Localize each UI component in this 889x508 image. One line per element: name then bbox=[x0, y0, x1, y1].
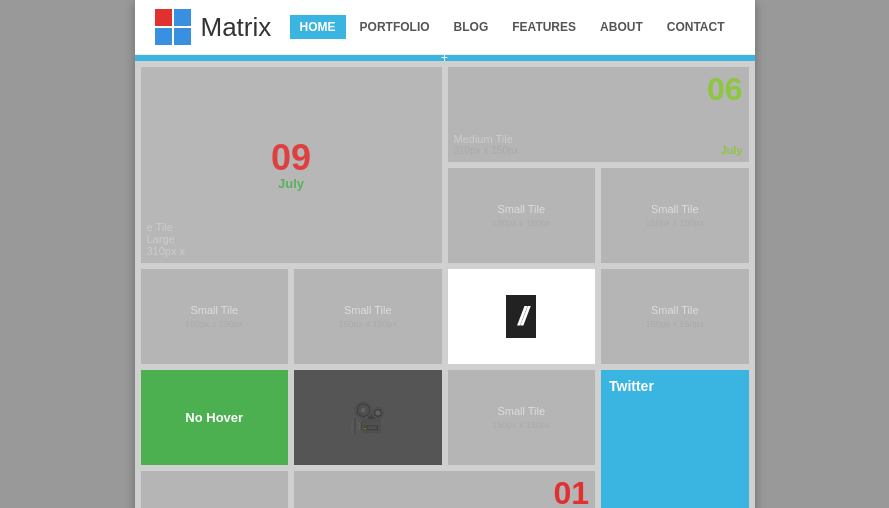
medium-tile1-number: 06 bbox=[707, 73, 743, 105]
white-icon-tile[interactable]: // bbox=[448, 269, 596, 364]
blue-bar: + bbox=[135, 55, 755, 61]
no-hover-label: No Hover bbox=[185, 410, 243, 425]
small-tile-3-label: Small Tile 150px x 150px bbox=[185, 303, 244, 331]
small-tile-1[interactable]: Small Tile 150px x 150px bbox=[448, 168, 596, 263]
small-tile-5-label: Small Tile 150px x 150px bbox=[645, 303, 704, 331]
twitter-label: Twitter bbox=[609, 378, 654, 394]
nav-home[interactable]: HOME bbox=[290, 15, 346, 39]
small-tile-4-label: Small Tile 150px x 150px bbox=[338, 303, 397, 331]
large-tile-label: e Tile Large 310px x bbox=[147, 221, 186, 257]
logo-icon bbox=[155, 9, 191, 45]
logo-area: Matrix bbox=[155, 9, 290, 45]
logo-q1 bbox=[155, 9, 172, 26]
twitter-tile[interactable]: Twitter bbox=[601, 370, 749, 508]
small-tile-1-label: Small Tile 150px x 150px bbox=[492, 202, 551, 230]
mkv-icon: // bbox=[506, 295, 536, 338]
small-tile-2[interactable]: Small Tile 150px x 150px bbox=[601, 168, 749, 263]
nav: HOME PORTFOLIO BLOG FEATURES ABOUT CONTA… bbox=[290, 15, 735, 39]
nav-about[interactable]: ABOUT bbox=[590, 15, 653, 39]
nav-contact[interactable]: CONTACT bbox=[657, 15, 735, 39]
camera-tile[interactable]: 🎥 bbox=[294, 370, 442, 465]
camera-icon: 🎥 bbox=[349, 400, 386, 435]
small-tile-6-label: Small Tile 150px x 150px bbox=[492, 404, 551, 432]
header: Matrix HOME PORTFOLIO BLOG FEATURES ABOU… bbox=[135, 0, 755, 55]
nav-blog[interactable]: BLOG bbox=[444, 15, 499, 39]
logo-text: Matrix bbox=[201, 12, 272, 43]
no-hover-tile[interactable]: No Hover bbox=[141, 370, 289, 465]
nav-features[interactable]: FEATURES bbox=[502, 15, 586, 39]
medium-tile-1[interactable]: 06 Medium Tile 310px x 150px July bbox=[448, 67, 749, 162]
small-tile-4[interactable]: Small Tile 150px x 150px bbox=[294, 269, 442, 364]
small-tile-6[interactable]: Small Tile 150px x 150px bbox=[448, 370, 596, 465]
browser-window: Matrix HOME PORTFOLIO BLOG FEATURES ABOU… bbox=[135, 0, 755, 508]
nav-portfolio[interactable]: PORTFOLIO bbox=[350, 15, 440, 39]
small-tile-5[interactable]: Small Tile 150px x 150px bbox=[601, 269, 749, 364]
medium-tile1-label: Medium Tile 310px x 150px bbox=[454, 133, 519, 156]
small-tile-3[interactable]: Small Tile 150px x 150px bbox=[141, 269, 289, 364]
tiles-container: 09 July e Tile Large 310px x 06 Medium T… bbox=[135, 61, 755, 508]
large-tile[interactable]: 09 July e Tile Large 310px x bbox=[141, 67, 442, 263]
small-tile-7-label: Small Tile 150px x 150px bbox=[185, 505, 244, 509]
plus-icon: + bbox=[441, 52, 448, 64]
logo-q4 bbox=[174, 28, 191, 45]
date-month: July bbox=[271, 176, 311, 191]
medium-tile-2[interactable]: 01 Medium Tile 310px x 150px July bbox=[294, 471, 595, 508]
medium-tile1-month: July bbox=[720, 144, 742, 156]
logo-q2 bbox=[174, 9, 191, 26]
medium-tile2-number: 01 bbox=[553, 477, 589, 508]
logo-q3 bbox=[155, 28, 172, 45]
small-tile-7[interactable]: Small Tile 150px x 150px bbox=[141, 471, 289, 508]
small-tile-2-label: Small Tile 150px x 150px bbox=[645, 202, 704, 230]
date-number: 09 bbox=[271, 140, 311, 176]
